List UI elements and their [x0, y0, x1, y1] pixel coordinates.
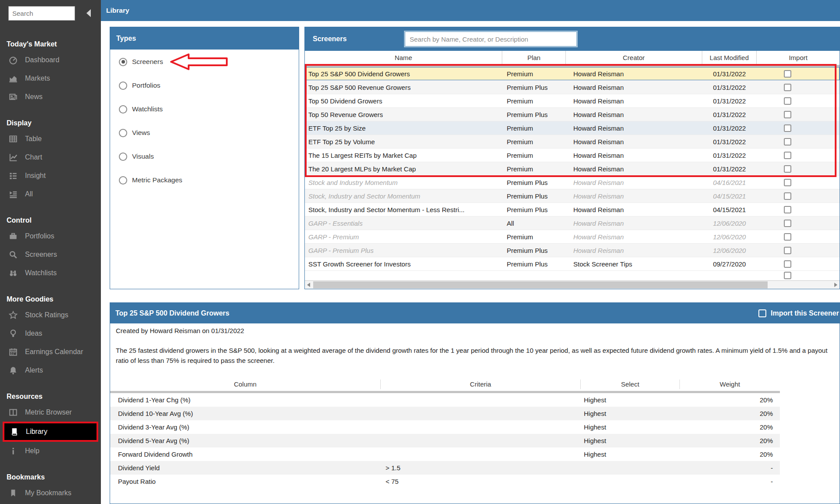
horizontal-scrollbar[interactable] [305, 280, 840, 289]
cell-last-modified: 01/31/2022 [702, 152, 757, 159]
cell-last-modified: 12/06/2020 [702, 233, 757, 241]
cell-weight: 20% [680, 423, 780, 431]
sidebar-item-label: All [25, 190, 33, 198]
radio-views[interactable]: Views [119, 127, 150, 138]
screener-detail-panel: Top 25 S&P 500 Dividend Growers Import t… [110, 302, 840, 504]
scroll-right-icon[interactable] [832, 281, 840, 289]
sidebar-item-portfolios[interactable]: Portfolios [0, 227, 101, 245]
table-row[interactable]: Top 50 Dividend Growers Premium Howard R… [305, 94, 840, 108]
table-row[interactable]: The 20 Largest MLPs by Market Cap Premiu… [305, 162, 840, 176]
import-checkbox[interactable] [784, 152, 791, 159]
table-row[interactable]: The 15 Largest REITs by Market Cap Premi… [305, 149, 840, 162]
sidebar-item-news[interactable]: News [0, 88, 101, 106]
import-checkbox[interactable] [784, 97, 791, 105]
cell-select: Highest [581, 437, 680, 444]
column-header-last-modified[interactable]: Last Modified [702, 51, 757, 65]
radio-screeners[interactable]: Screeners [119, 56, 163, 67]
table-row[interactable]: GARP - Essentials All Howard Reisman 12/… [305, 217, 840, 230]
import-checkbox[interactable] [784, 179, 791, 186]
cell-criteria: > 1.5 [381, 464, 581, 472]
radio-on-icon[interactable] [119, 58, 127, 66]
column-header-creator[interactable]: Creator [566, 51, 702, 65]
import-checkbox[interactable] [784, 124, 791, 132]
detail-panel-title: Top 25 S&P 500 Dividend Growers [115, 309, 229, 317]
import-checkbox[interactable] [784, 272, 791, 279]
cell-column: Dividend 1-Year Chg (%) [110, 396, 381, 404]
radio-off-icon[interactable] [119, 82, 127, 90]
sidebar-item-insight[interactable]: Insight [0, 167, 101, 185]
page-title: Library [106, 7, 129, 14]
import-checkbox[interactable] [784, 206, 791, 213]
cell-column: Forward Dividend Growth [110, 451, 381, 458]
radio-off-icon[interactable] [119, 129, 127, 137]
table-row[interactable]: GARP - Premium Premium Howard Reisman 12… [305, 230, 840, 244]
table-row[interactable]: Stock, Industry and Sector Momentum - Le… [305, 203, 840, 217]
import-checkbox[interactable] [784, 220, 791, 227]
column-header-plan[interactable]: Plan [502, 51, 566, 65]
sidebar-search-input[interactable] [8, 6, 75, 21]
section-title: Resources [0, 388, 101, 403]
import-this-screener[interactable]: Import this Screener [758, 303, 840, 323]
cell-plan: Premium Plus [502, 206, 566, 213]
table-row[interactable]: ETF Top 25 by Size Premium Howard Reisma… [305, 121, 840, 135]
sidebar-item-watchlists[interactable]: Watchlists [0, 264, 101, 282]
table-row[interactable]: Top 25 S&P 500 Revenue Growers Premium P… [305, 81, 840, 94]
table-row[interactable]: Stock, Industry and Sector Momentum Prem… [305, 189, 840, 203]
radio-off-icon[interactable] [119, 105, 127, 114]
section-todays-market: Today's Market Dashboard Markets News [0, 36, 101, 106]
radio-visuals[interactable]: Visuals [119, 151, 154, 162]
types-panel-title: Types [116, 35, 136, 42]
sidebar-item-stock-ratings[interactable]: Stock Ratings [0, 306, 101, 324]
cell-last-modified: 04/15/2021 [702, 206, 757, 213]
sidebar-item-label: Ideas [25, 330, 42, 337]
import-checkbox[interactable] [784, 165, 791, 173]
sidebar-item-metric-browser[interactable]: Metric Browser [0, 403, 101, 422]
table-row[interactable]: Top 50 Revenue Growers Premium Plus Howa… [305, 108, 840, 121]
screener-search-input[interactable] [405, 32, 577, 46]
sidebar-item-dashboard[interactable]: Dashboard [0, 51, 101, 69]
sidebar-item-markets[interactable]: Markets [0, 69, 101, 88]
sidebar-item-alerts[interactable]: Alerts [0, 361, 101, 380]
sidebar-item-screeners[interactable]: Screeners [0, 245, 101, 264]
sidebar-item-earnings-calendar[interactable]: Earnings Calendar [0, 343, 101, 361]
cell-creator: Howard Reisman [566, 97, 702, 105]
cell-name: Stock and Industry Momentum [305, 179, 502, 186]
sidebar-item-table[interactable]: Table [0, 130, 101, 148]
criteria-header-select: Select [581, 380, 680, 389]
sidebar-item-chart[interactable]: Chart [0, 148, 101, 167]
import-checkbox[interactable] [784, 138, 791, 146]
import-this-checkbox[interactable] [758, 309, 766, 317]
sidebar-item-help[interactable]: Help [0, 442, 101, 460]
radio-watchlists[interactable]: Watchlists [119, 103, 163, 115]
cell-name: Top 25 S&P 500 Revenue Growers [305, 84, 502, 91]
import-checkbox[interactable] [784, 247, 791, 254]
sidebar-item-library[interactable]: Library [3, 422, 98, 442]
radio-off-icon[interactable] [119, 176, 127, 185]
scroll-left-icon[interactable] [305, 281, 312, 289]
table-row[interactable] [305, 271, 840, 280]
collapse-sidebar-icon[interactable] [86, 9, 91, 17]
column-header-import[interactable]: Import [757, 51, 840, 65]
table-row[interactable]: ETF Top 25 by Volume Premium Howard Reis… [305, 135, 840, 149]
import-checkbox[interactable] [784, 84, 791, 91]
import-checkbox[interactable] [784, 70, 791, 78]
cell-name: Top 50 Dividend Growers [305, 97, 502, 105]
import-checkbox[interactable] [784, 111, 791, 118]
radio-metric-packages[interactable]: Metric Packages [119, 174, 182, 186]
cell-last-modified: 01/31/2022 [702, 70, 757, 78]
cell-last-modified: 01/31/2022 [702, 138, 757, 146]
table-row[interactable]: GARP - Premium Plus Premium Plus Howard … [305, 244, 840, 257]
import-checkbox[interactable] [784, 233, 791, 241]
import-checkbox[interactable] [784, 260, 791, 268]
scrollbar-thumb[interactable] [313, 281, 768, 288]
import-checkbox[interactable] [784, 192, 791, 200]
radio-portfolios[interactable]: Portfolios [119, 80, 161, 91]
radio-off-icon[interactable] [119, 153, 127, 161]
sidebar-item-ideas[interactable]: Ideas [0, 324, 101, 343]
sidebar-item-all[interactable]: All [0, 185, 101, 203]
sidebar-item-my-bookmarks[interactable]: My Bookmarks [0, 484, 101, 502]
table-row[interactable]: SST Growth Screener for Investors Premiu… [305, 257, 840, 271]
table-row[interactable]: Top 25 S&P 500 Dividend Growers Premium … [305, 67, 840, 81]
column-header-name[interactable]: Name [305, 51, 502, 65]
table-row[interactable]: Stock and Industry Momentum Premium Plus… [305, 176, 840, 189]
